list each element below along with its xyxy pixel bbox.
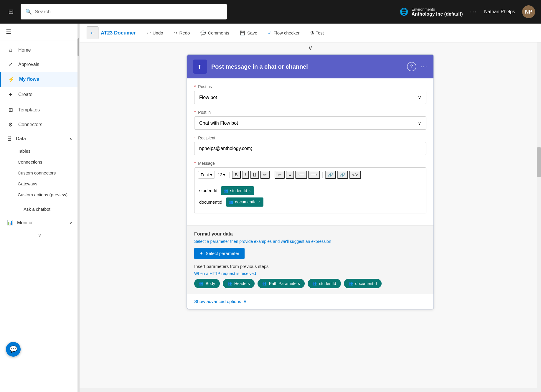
bold-button[interactable]: B — [232, 171, 241, 179]
test-button[interactable]: ⚗ Test — [306, 28, 328, 38]
more-options-card-button[interactable]: ··· — [420, 63, 428, 70]
post-in-select[interactable]: Chat with Flow bot ∨ — [194, 116, 426, 130]
bottom-scrollbar[interactable] — [80, 388, 537, 392]
indent-increase-button[interactable]: ⟶ — [308, 171, 320, 179]
param-chip-path-parameters[interactable]: 👥 Path Parameters — [258, 279, 305, 288]
undo-label: Undo — [153, 30, 163, 35]
post-as-select[interactable]: Flow bot ∨ — [194, 91, 426, 104]
pen-button[interactable]: ✏ — [260, 171, 270, 179]
chevron-up-icon: ∨ — [308, 44, 313, 52]
font-dropdown[interactable]: Font ▾ — [198, 171, 215, 179]
param-chip-icon-5: 👥 — [349, 281, 353, 286]
search-bar[interactable]: 🔍 — [21, 4, 227, 19]
flow-title: AT23 Documer — [101, 30, 136, 36]
param-chip-studentid[interactable]: 👥 studentId — [308, 279, 341, 288]
more-options-button[interactable]: ··· — [470, 8, 477, 16]
param-chip-documentid[interactable]: 👥 documentId — [344, 279, 382, 288]
env-text: Environments Anthology Inc (default) — [411, 7, 463, 17]
sidebar-item-approvals-label: Approvals — [18, 62, 39, 67]
sidebar-item-create-label: Create — [18, 92, 32, 97]
sidebar-item-connectors-label: Connectors — [18, 122, 42, 127]
sidebar-item-templates-label: Templates — [18, 107, 40, 113]
sidebar-item-tables[interactable]: Tables — [0, 146, 79, 157]
studentid-token[interactable]: 👥 studentId × — [221, 186, 254, 195]
recipient-field: * Recipient — [194, 136, 426, 155]
grid-icon[interactable]: ⊞ — [6, 6, 16, 18]
bullet-list-button[interactable]: ≔ — [275, 171, 285, 179]
chevron-down-icon: ∨ — [418, 95, 421, 100]
sidebar-scrollbar[interactable] — [77, 24, 79, 392]
param-chip-body[interactable]: 👥 Body — [194, 279, 220, 288]
redo-icon: ↪ — [174, 30, 178, 36]
redo-button[interactable]: ↪ Redo — [170, 28, 194, 38]
ask-chatbot-label[interactable]: Ask a chatbot — [0, 202, 79, 216]
message-body[interactable]: studentId: 👥 studentId × document — [194, 182, 426, 213]
sidebar-item-custom-connectors[interactable]: Custom connectors — [0, 167, 79, 178]
data-icon: 🗄 — [7, 136, 12, 141]
search-input[interactable] — [35, 9, 222, 15]
toolbar-separator-1 — [229, 172, 230, 178]
underline-button[interactable]: U — [250, 171, 259, 179]
link-button[interactable]: 🔗 — [325, 171, 336, 179]
param-chip-headers-label: Headers — [234, 281, 250, 286]
message-toolbar: Font ▾ 12 ▾ B I — [194, 168, 426, 182]
param-chips: 👥 Body 👥 Headers 👥 Path Parameters — [194, 279, 426, 288]
message-label: * Message — [194, 161, 426, 166]
comments-label: Comments — [208, 30, 229, 35]
sidebar-item-templates[interactable]: ⊞ Templates — [0, 103, 79, 117]
undo-button[interactable]: ↩ Undo — [143, 28, 167, 38]
save-button[interactable]: 💾 Save — [236, 28, 261, 38]
redo-label: Redo — [179, 30, 190, 35]
connectors-icon: ⚙ — [7, 121, 14, 128]
documentid-prefix: documentId: — [199, 199, 224, 206]
sidebar-item-monitor[interactable]: 📊 Monitor ∨ — [0, 216, 79, 230]
select-parameter-button[interactable]: ✦ Select parameter — [194, 248, 245, 259]
comments-button[interactable]: 💬 Comments — [196, 28, 233, 38]
sidebar-scroll-down: ∨ — [0, 230, 79, 241]
sidebar-item-gateways[interactable]: Gateways — [0, 178, 79, 189]
token-close-button-2[interactable]: × — [258, 199, 260, 205]
sidebar-item-create[interactable]: + Create — [0, 87, 79, 103]
recipient-required: * — [194, 136, 196, 140]
sidebar-item-approvals[interactable]: ✓ Approvals — [0, 57, 79, 72]
sidebar-item-home[interactable]: ⌂ Home — [0, 43, 79, 57]
undo-icon: ↩ — [147, 30, 151, 36]
show-advanced-options[interactable]: Show advanced options ∨ — [187, 294, 433, 309]
unlink-button[interactable]: 🔗 — [337, 171, 348, 179]
indent-decrease-button[interactable]: ⟵ — [295, 171, 307, 179]
hamburger-icon[interactable]: ☰ — [6, 29, 11, 35]
globe-icon: 🌐 — [400, 8, 408, 16]
data-chevron-icon: ∧ — [69, 136, 72, 141]
post-in-label: * Post in — [194, 110, 426, 115]
action-card-header: T Post message in a chat or channel ? ··… — [187, 55, 433, 78]
back-button[interactable]: ← — [87, 27, 98, 39]
documentid-token[interactable]: 👥 documentId × — [226, 197, 263, 206]
message-line-2: documentId: 👥 documentId × — [199, 197, 421, 206]
studentid-prefix: studentId: — [199, 187, 219, 194]
chatbot-fab[interactable]: 💬 — [6, 342, 21, 357]
sidebar-item-custom-actions[interactable]: Custom actions (preview) — [0, 189, 79, 200]
env-name: Anthology Inc (default) — [411, 11, 463, 17]
sidebar-item-connections[interactable]: Connections — [0, 157, 79, 167]
font-size-value: 12 — [218, 172, 222, 177]
format-data-subtitle: Select a parameter then provide examples… — [194, 239, 426, 244]
flow-checker-button[interactable]: ✓ Flow checker — [264, 28, 304, 38]
sidebar-item-connectors[interactable]: ⚙ Connectors — [0, 117, 79, 132]
numbered-list-button[interactable]: ≡ — [286, 171, 294, 179]
param-chip-headers[interactable]: 👥 Headers — [223, 279, 255, 288]
toolbar-separator-2 — [272, 172, 272, 178]
param-chip-studentid-label: studentId — [319, 281, 336, 286]
sidebar-section-data[interactable]: 🗄 Data ∧ — [0, 132, 79, 146]
code-button[interactable]: </> — [349, 171, 361, 179]
recipient-input[interactable] — [194, 142, 426, 155]
environment-info[interactable]: 🌐 Environments Anthology Inc (default) — [400, 7, 463, 17]
format-section: Format your data Select a parameter then… — [187, 225, 433, 294]
user-avatar[interactable]: NP — [522, 5, 535, 18]
sidebar-item-myflows[interactable]: ⚡ My flows — [0, 72, 79, 87]
font-size-chevron: ▾ — [223, 172, 225, 177]
right-scrollbar[interactable] — [537, 42, 541, 392]
help-button[interactable]: ? — [407, 62, 416, 71]
font-size-dropdown[interactable]: 12 ▾ — [216, 171, 227, 178]
italic-button[interactable]: I — [242, 171, 249, 179]
token-close-button[interactable]: × — [249, 188, 251, 194]
